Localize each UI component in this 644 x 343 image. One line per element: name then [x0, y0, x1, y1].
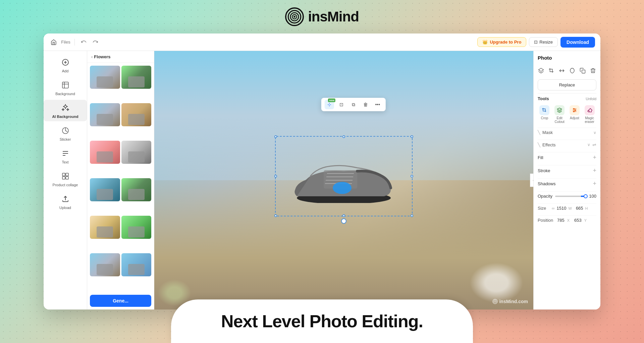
download-button[interactable]: Download — [560, 37, 595, 48]
thumbnail-10[interactable] — [121, 216, 152, 239]
stroke-add-icon[interactable]: + — [593, 167, 596, 174]
thumbnail-3[interactable] — [90, 103, 120, 126]
sidebar-item-sticker[interactable]: Sticker — [44, 123, 87, 144]
handle-top-right[interactable] — [411, 135, 413, 138]
more-icon: ••• — [375, 102, 380, 107]
position-x-axis: X — [567, 218, 570, 222]
effects-settings-icon[interactable]: ⇌ — [592, 142, 596, 147]
bottom-tagline-area: Next Level Photo Editing. — [0, 299, 644, 343]
brand-name: insMind — [308, 9, 359, 25]
canvas-tool-duplicate[interactable]: ⧉ — [349, 100, 358, 109]
handle-top-middle[interactable] — [342, 135, 345, 138]
crop-icon[interactable] — [548, 66, 555, 75]
tagline-text: Next Level Photo Editing. — [221, 311, 423, 331]
thumbnail-1[interactable] — [90, 66, 120, 89]
svg-point-20 — [333, 182, 352, 194]
canvas-area[interactable]: ⊹ new ⊡ ⧉ 🗑 ••• — [154, 51, 533, 310]
text-icon — [60, 148, 71, 159]
shadows-row[interactable]: Shadows + — [538, 178, 596, 189]
handle-bottom-right[interactable] — [411, 214, 413, 217]
copy-icon[interactable] — [579, 66, 586, 75]
shoe-selection-container[interactable] — [275, 136, 413, 216]
background-icon — [60, 80, 71, 90]
tool-edit-cutout[interactable]: Edit Cutout — [553, 104, 567, 125]
size-width-value[interactable]: 1510 — [557, 206, 567, 211]
duplicate-icon: ⧉ — [352, 102, 355, 108]
magic-eraser-label: Magic eraser — [584, 116, 595, 124]
thumbnails-folder-name: Flowers — [94, 54, 110, 59]
thumbnail-11[interactable] — [90, 253, 120, 276]
tool-magic-eraser[interactable]: Magic eraser — [583, 104, 596, 125]
sidebar-item-add[interactable]: Add — [44, 54, 87, 76]
ai-background-label: AI Background — [52, 115, 78, 119]
home-button[interactable] — [49, 38, 58, 47]
flip-icon[interactable] — [558, 66, 566, 75]
thumbnail-4[interactable] — [121, 103, 152, 126]
trash-icon[interactable] — [589, 66, 596, 75]
tool-crop[interactable]: Crop — [538, 104, 551, 125]
replace-button[interactable]: Replace — [538, 79, 596, 90]
position-row: Position 785 X 653 Y — [538, 215, 596, 225]
undo-button[interactable] — [79, 38, 88, 47]
sidebar-item-product-collage[interactable]: Product collage — [44, 168, 87, 190]
tools-section: Tools Unfold Crop — [538, 93, 596, 125]
files-label[interactable]: Files — [61, 38, 70, 47]
thumbnail-7[interactable] — [90, 178, 120, 201]
opacity-slider[interactable] — [555, 196, 586, 197]
edit-cutout-icon — [554, 105, 565, 115]
svg-marker-25 — [539, 68, 544, 72]
sidebar-item-ai-background[interactable]: AI Background — [44, 100, 87, 121]
size-link-icon[interactable]: ∞ — [552, 206, 555, 211]
new-badge: new — [328, 98, 335, 102]
upgrade-crown-icon: 👑 — [482, 40, 488, 45]
shadows-add-icon[interactable]: + — [593, 181, 596, 187]
handle-left-middle[interactable] — [274, 175, 277, 178]
upgrade-button[interactable]: 👑 Upgrade to Pro — [477, 37, 526, 47]
sidebar-item-text[interactable]: Text — [44, 145, 87, 167]
position-x-value[interactable]: 785 — [557, 218, 565, 223]
sidebar-item-upload[interactable]: Upload — [44, 191, 87, 212]
panel-collapse-handle[interactable]: ‹ — [530, 174, 533, 187]
redo-button[interactable] — [91, 38, 100, 47]
sticker-icon — [60, 125, 71, 136]
handle-bottom-left[interactable] — [274, 214, 277, 217]
thumbnail-6[interactable] — [121, 141, 152, 164]
upload-label: Upload — [59, 206, 71, 210]
thumbnails-header: ‹ Flowers — [87, 51, 154, 63]
mask-chevron-icon: ∨ — [593, 130, 596, 135]
tool-adjust[interactable]: Adjust — [568, 104, 582, 125]
position-y-value[interactable]: 653 — [574, 218, 582, 223]
size-height-value[interactable]: 665 — [576, 206, 583, 211]
unfold-button[interactable]: Unfold — [586, 97, 596, 101]
resize-button[interactable]: ⊡ Resize — [529, 37, 558, 47]
mask-icon[interactable] — [569, 66, 576, 75]
canvas-tool-select[interactable]: ⊹ new — [325, 100, 334, 109]
svg-point-31 — [575, 110, 576, 111]
back-icon[interactable]: ‹ — [91, 54, 93, 59]
handle-top-left[interactable] — [274, 135, 277, 138]
fill-row[interactable]: Fill + — [538, 152, 596, 162]
mask-row[interactable]: ╲ Mask ∨ — [538, 128, 596, 137]
handle-bottom-middle[interactable] — [342, 214, 345, 217]
size-w-unit: W — [568, 206, 572, 210]
sidebar-item-background[interactable]: Background — [44, 77, 87, 98]
thumbnail-2[interactable] — [121, 66, 152, 89]
canvas-tool-more[interactable]: ••• — [373, 100, 382, 109]
layers-icon[interactable] — [538, 66, 545, 75]
thumbnail-12[interactable] — [121, 253, 152, 276]
fill-add-icon[interactable]: + — [593, 154, 596, 160]
handle-right-middle[interactable] — [411, 175, 413, 178]
stroke-row[interactable]: Stroke + — [538, 165, 596, 176]
thumbnail-9[interactable] — [90, 216, 120, 239]
rotate-handle[interactable] — [341, 218, 346, 224]
crop-tool-label: Crop — [541, 116, 548, 120]
canvas-tool-delete[interactable]: 🗑 — [361, 100, 370, 109]
effects-row[interactable]: ╲ Effects ∨ ⇌ — [538, 140, 596, 149]
thumbnail-5[interactable] — [90, 141, 120, 164]
tools-grid: Crop Edit Cutout — [538, 104, 596, 125]
shoe-visual — [276, 137, 412, 216]
main-content: Add Background — [44, 51, 600, 310]
thumbnail-8[interactable] — [121, 178, 152, 201]
canvas-tool-crop[interactable]: ⊡ — [337, 100, 346, 109]
size-label: Size — [538, 206, 550, 211]
